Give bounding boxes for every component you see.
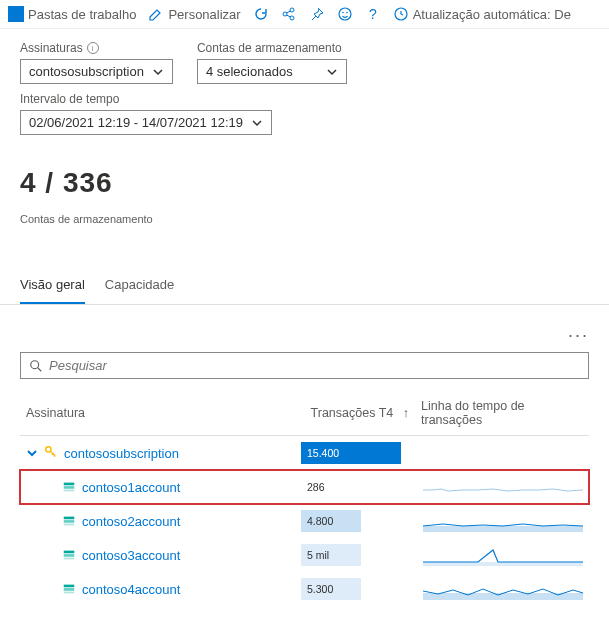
- row-name: contoso3account: [82, 548, 180, 563]
- col-subscription[interactable]: Assinatura: [20, 391, 295, 436]
- row-name: contoso1account: [82, 480, 180, 495]
- tab-capacity[interactable]: Capacidade: [105, 269, 174, 304]
- svg-rect-10: [64, 483, 75, 486]
- key-icon: [44, 445, 58, 462]
- bar-value: 5 mil: [301, 544, 361, 566]
- svg-rect-14: [64, 520, 75, 523]
- refresh-button[interactable]: [253, 6, 269, 22]
- table-row[interactable]: contoso4account 5.300: [20, 572, 589, 606]
- top-toolbar: Pastas de trabalho Personalizar ? Atuali…: [0, 0, 609, 29]
- chevron-down-icon: [152, 66, 164, 78]
- svg-point-3: [339, 8, 351, 20]
- storage-filter: Contas de armazenamento 4 selecionados: [197, 41, 347, 84]
- storage-dropdown[interactable]: 4 selecionados: [197, 59, 347, 84]
- svg-point-4: [342, 12, 344, 14]
- help-icon: ?: [365, 6, 381, 22]
- bar-value: 15.400: [301, 442, 401, 464]
- feedback-button[interactable]: [337, 6, 353, 22]
- sparkline: [423, 476, 583, 498]
- col-transactions[interactable]: Transações T4 ↑: [295, 391, 415, 436]
- refresh-icon: [253, 6, 269, 22]
- storage-icon: [62, 582, 76, 596]
- storage-label: Contas de armazenamento: [197, 41, 347, 55]
- svg-point-8: [31, 360, 39, 368]
- row-name: contososubscription: [64, 446, 179, 461]
- auto-refresh-button[interactable]: Atualização automática: De: [393, 6, 571, 22]
- workbooks-button[interactable]: Pastas de trabalho: [8, 6, 136, 22]
- tab-bar: Visão geral Capacidade: [0, 269, 609, 305]
- more-menu-button[interactable]: ···: [20, 325, 589, 352]
- svg-rect-15: [64, 524, 75, 526]
- workbook-icon: [8, 6, 24, 22]
- chevron-down-icon[interactable]: [26, 447, 38, 459]
- table-row-parent[interactable]: contososubscription 15.400: [20, 436, 589, 471]
- svg-text:?: ?: [369, 6, 377, 22]
- storage-icon: [62, 480, 76, 494]
- svg-rect-16: [64, 551, 75, 554]
- help-button[interactable]: ?: [365, 6, 381, 22]
- table-row[interactable]: contoso3account 5 mil: [20, 538, 589, 572]
- storage-icon: [62, 548, 76, 562]
- svg-rect-13: [64, 517, 75, 520]
- sparkline: [423, 578, 583, 600]
- grid-area: ··· Assinatura Transações T4 ↑ Linha do …: [0, 305, 609, 626]
- pencil-icon: [148, 6, 164, 22]
- bar-value: 4.800: [301, 510, 361, 532]
- table-row[interactable]: contoso2account 4.800: [20, 504, 589, 538]
- filters-row: Assinaturas i contososubscription Contas…: [0, 29, 609, 88]
- info-icon[interactable]: i: [87, 42, 99, 54]
- time-value: 02/06/2021 12:19 - 14/07/2021 12:19: [29, 115, 243, 130]
- row-name: contoso4account: [82, 582, 180, 597]
- time-label: Intervalo de tempo: [20, 92, 589, 106]
- storage-table: Assinatura Transações T4 ↑ Linha do temp…: [20, 391, 589, 606]
- smiley-icon: [337, 6, 353, 22]
- summary-block: 4 / 336 Contas de armazenamento: [0, 147, 609, 233]
- subscriptions-filter: Assinaturas i contososubscription: [20, 41, 173, 84]
- svg-rect-21: [64, 592, 75, 594]
- sparkline: [423, 510, 583, 532]
- storage-value: 4 selecionados: [206, 64, 293, 79]
- summary-subtitle: Contas de armazenamento: [20, 213, 589, 225]
- subscriptions-label: Assinaturas i: [20, 41, 173, 55]
- customize-button[interactable]: Personalizar: [148, 6, 240, 22]
- chevron-down-icon: [251, 117, 263, 129]
- summary-count: 4 / 336: [20, 167, 589, 199]
- svg-rect-12: [64, 490, 75, 492]
- subscriptions-value: contososubscription: [29, 64, 144, 79]
- search-input[interactable]: [49, 358, 580, 373]
- pin-button[interactable]: [309, 6, 325, 22]
- svg-point-5: [346, 12, 348, 14]
- svg-rect-20: [64, 588, 75, 591]
- sparkline: [423, 544, 583, 566]
- share-icon: [281, 6, 297, 22]
- search-box[interactable]: [20, 352, 589, 379]
- share-button[interactable]: [281, 6, 297, 22]
- pin-icon: [309, 6, 325, 22]
- svg-rect-11: [64, 486, 75, 489]
- subscriptions-dropdown[interactable]: contososubscription: [20, 59, 173, 84]
- col-timeline[interactable]: Linha do tempo de transações: [415, 391, 589, 436]
- bar-value: 5.300: [301, 578, 361, 600]
- storage-icon: [62, 514, 76, 528]
- bar-value: 286: [301, 476, 401, 498]
- row-name: contoso2account: [82, 514, 180, 529]
- time-dropdown[interactable]: 02/06/2021 12:19 - 14/07/2021 12:19: [20, 110, 272, 135]
- customize-label: Personalizar: [168, 7, 240, 22]
- search-icon: [29, 359, 43, 373]
- workbooks-label: Pastas de trabalho: [28, 7, 136, 22]
- clock-icon: [393, 6, 409, 22]
- chevron-down-icon: [326, 66, 338, 78]
- svg-rect-19: [64, 585, 75, 588]
- table-row-highlighted[interactable]: contoso1account 286: [20, 470, 589, 504]
- time-filter-row: Intervalo de tempo 02/06/2021 12:19 - 14…: [0, 88, 609, 147]
- auto-refresh-label: Atualização automática: De: [413, 7, 571, 22]
- sort-ascending-icon: ↑: [403, 406, 409, 420]
- tab-overview[interactable]: Visão geral: [20, 269, 85, 304]
- svg-rect-17: [64, 554, 75, 557]
- svg-rect-18: [64, 558, 75, 560]
